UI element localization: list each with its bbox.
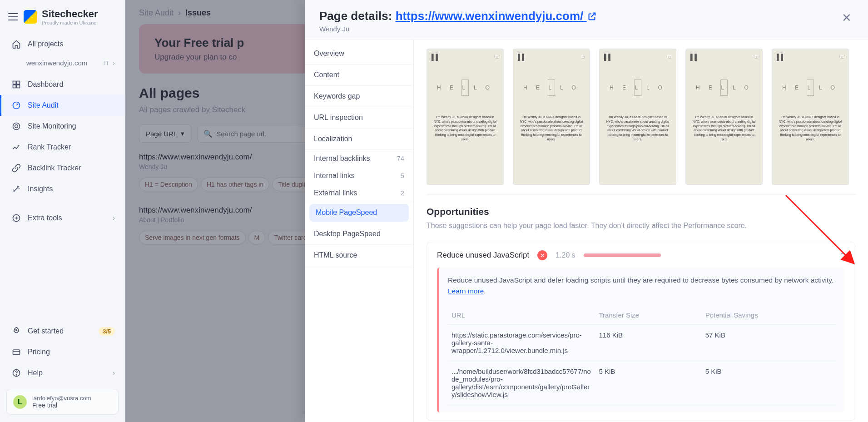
table-row: .../home/builduser/work/8fcd31badcc57677…: [448, 361, 836, 405]
close-button[interactable]: ✕: [840, 9, 853, 27]
filmstrip-frame: ▌▌≡H E L L OI'm Wendy Ju, a UI/UX design…: [513, 49, 590, 185]
target-icon: [11, 121, 21, 131]
collapse-toggle[interactable]: ⌃: [839, 251, 845, 260]
sidebar-item-site-monitoring[interactable]: Site Monitoring: [0, 116, 125, 137]
label: Internal backlinks: [314, 154, 370, 163]
pnav-desktop-pagespeed[interactable]: Desktop PageSpeed: [305, 223, 413, 245]
opportunities-title: Opportunities: [427, 206, 855, 217]
opp-table: URL Transfer Size Potential Savings http…: [448, 306, 836, 405]
label: External links: [314, 189, 357, 197]
label: URL inspection: [314, 114, 363, 122]
count: 2: [401, 189, 404, 197]
brand[interactable]: Sitechecker Proudly made in Ukraine: [24, 8, 98, 25]
label: Pricing: [28, 348, 50, 356]
filmstrip-frame: ▌▌≡H E L L OI'm Wendy Ju, a UI/UX design…: [772, 49, 849, 185]
sidebar-item-insights[interactable]: Insights: [0, 179, 125, 199]
panel-url-text: https://www.wenxinwendyju.com/: [396, 9, 584, 23]
sidebar-item-site-audit[interactable]: Site Audit: [0, 95, 125, 116]
label: Content: [314, 71, 339, 79]
label: Mobile PageSpeed: [316, 209, 377, 217]
plus-circle-icon: [11, 213, 21, 223]
table-row: https://static.parastorage.com/services/…: [448, 325, 836, 361]
th-size: Transfer Size: [595, 306, 702, 325]
external-link-icon: [587, 11, 597, 21]
th-url: URL: [448, 306, 595, 325]
pnav-overview[interactable]: Overview: [305, 43, 413, 65]
help-icon: [11, 368, 21, 378]
sidebar-item-backlink-tracker[interactable]: Backlink Tracker: [0, 158, 125, 179]
label: Keywords gap: [314, 92, 360, 100]
sidebar-pricing[interactable]: Pricing: [0, 342, 125, 362]
svg-rect-9: [13, 350, 20, 355]
svg-point-5: [13, 123, 20, 130]
opp-meter: [584, 253, 661, 257]
opportunities-desc: These suggestions can help your page loa…: [427, 222, 855, 230]
label: Desktop PageSpeed: [314, 230, 381, 238]
panel-title-prefix: Page details:: [319, 9, 396, 23]
panel-nav: Overview Content Keywords gap URL inspec…: [305, 40, 414, 422]
label: Help: [28, 369, 43, 377]
label: Overview: [314, 50, 344, 58]
filmstrip-frame: ▌▌≡H E L L OI'm Wendy Ju, a UI/UX design…: [599, 49, 676, 185]
pnav-url-inspection[interactable]: URL inspection: [305, 107, 413, 129]
card-icon: [11, 347, 21, 357]
pnav-mobile-pagespeed[interactable]: Mobile PageSpeed: [309, 204, 409, 222]
svg-point-8: [16, 329, 17, 331]
label: Dashboard: [28, 80, 63, 89]
pnav-html-source[interactable]: HTML source: [305, 245, 413, 266]
label: Get started: [28, 327, 64, 335]
svg-point-6: [15, 125, 18, 128]
panel-title: Page details: https://www.wenxinwendyju.…: [319, 9, 597, 23]
filmstrip-frame: ▌▌≡H E L L OI'm Wendy Ju, a UI/UX design…: [427, 49, 504, 185]
home-icon: [11, 39, 21, 49]
panel-subtitle: Wendy Ju: [319, 25, 597, 33]
opportunity-reduce-js: Reduce unused JavaScript ✕ 1.20 s ⌃ Redu…: [427, 242, 855, 421]
dashboard-icon: [11, 79, 21, 89]
opp-title: Reduce unused JavaScript: [437, 251, 529, 260]
label: Site Audit: [28, 101, 59, 109]
user-box[interactable]: L lardolefyo@vusra.com Free trial: [6, 389, 119, 415]
label: Internal links: [314, 172, 355, 180]
divider: [427, 194, 855, 194]
label: Rank Tracker: [28, 143, 71, 151]
label: Localization: [314, 135, 352, 143]
sidebar-get-started[interactable]: Get started 3/5: [0, 321, 125, 342]
wand-icon: [11, 184, 21, 194]
project-badge: IT: [104, 60, 109, 66]
brand-tagline: Proudly made in Ukraine: [42, 20, 98, 25]
pnav-localization[interactable]: Localization: [305, 129, 413, 150]
svg-rect-3: [17, 85, 20, 88]
pnav-external-links[interactable]: External links2: [305, 184, 413, 202]
chevron-right-icon: ›: [113, 59, 115, 67]
sidebar-item-rank-tracker[interactable]: Rank Tracker: [0, 137, 125, 158]
count: 5: [401, 172, 404, 180]
label: Extra tools: [28, 214, 62, 222]
svg-rect-0: [13, 81, 16, 84]
avatar: L: [13, 395, 27, 409]
fail-icon: ✕: [537, 250, 547, 260]
pnav-content[interactable]: Content: [305, 65, 413, 86]
chevron-right-icon: ›: [113, 369, 115, 377]
filmstrip: ▌▌≡H E L L OI'm Wendy Ju, a UI/UX design…: [427, 49, 855, 185]
rocket-icon: [11, 326, 21, 336]
menu-toggle-icon[interactable]: [8, 13, 18, 20]
sidebar-all-projects[interactable]: All projects: [0, 34, 125, 55]
label: HTML source: [314, 251, 357, 259]
label: Site Monitoring: [28, 122, 76, 130]
sidebar-extra-tools[interactable]: Extra tools ›: [0, 208, 125, 228]
opp-body: Reduce unused JavaScript and defer loadi…: [437, 268, 845, 412]
pnav-internal-backlinks[interactable]: Internal backlinks74: [305, 150, 413, 167]
pnav-keywords-gap[interactable]: Keywords gap: [305, 86, 413, 107]
count: 74: [397, 154, 404, 163]
sidebar-project-name: wenxinwendyju.com: [26, 59, 87, 67]
brand-logo-icon: [24, 10, 37, 24]
panel-url-link[interactable]: https://www.wenxinwendyju.com/: [396, 9, 597, 23]
learn-more-link[interactable]: Learn more: [448, 287, 484, 295]
sidebar-help[interactable]: Help ›: [0, 362, 125, 383]
chevron-right-icon: ›: [113, 214, 115, 222]
sidebar-project[interactable]: wenxinwendyju.com IT ›: [0, 55, 125, 71]
get-started-progress: 3/5: [99, 327, 115, 336]
svg-rect-1: [17, 81, 20, 84]
sidebar-item-dashboard[interactable]: Dashboard: [0, 74, 125, 95]
pnav-internal-links[interactable]: Internal links5: [305, 167, 413, 184]
